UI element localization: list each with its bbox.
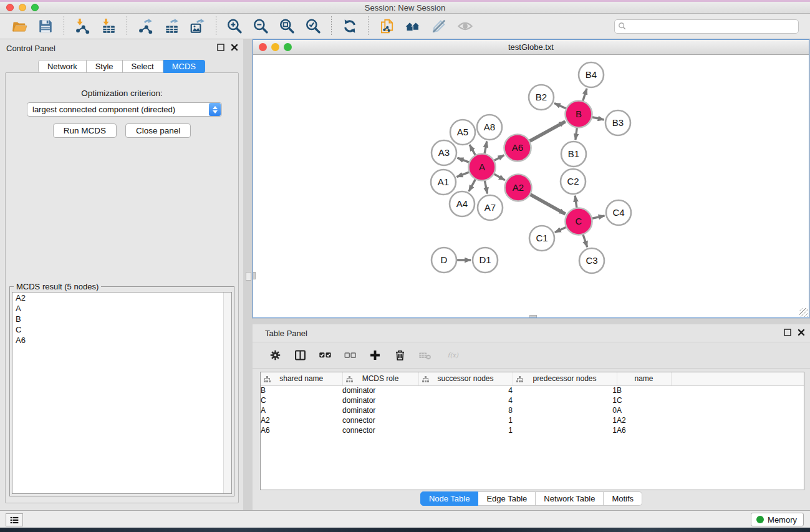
table-settings-button[interactable] (266, 346, 284, 365)
cell[interactable]: 1 (418, 415, 513, 425)
cell[interactable]: C (261, 395, 342, 405)
zoom-fit-content-button[interactable] (276, 16, 297, 36)
save-session-button[interactable] (35, 16, 56, 36)
cell[interactable]: 1 (513, 425, 617, 435)
column-header-name[interactable]: name (617, 372, 671, 385)
zoom-out-button[interactable] (250, 16, 271, 36)
unselect-all-columns-button[interactable] (340, 346, 359, 365)
graph-node-A1[interactable]: A1 (431, 170, 456, 195)
cell[interactable]: A (261, 405, 342, 415)
result-scrollbar[interactable] (223, 293, 231, 493)
show-hide-button[interactable] (455, 16, 476, 36)
result-item[interactable]: B (12, 314, 231, 324)
table-row[interactable]: A2connector11A2 (261, 415, 804, 425)
export-table-button[interactable] (161, 16, 182, 36)
graph-node-B2[interactable]: B2 (529, 85, 554, 110)
graph-node-A4[interactable]: A4 (450, 191, 475, 216)
cell[interactable] (671, 425, 804, 435)
zoom-selected-button[interactable] (302, 16, 324, 36)
graph-node-B4[interactable]: B4 (579, 62, 604, 87)
cell[interactable]: A6 (261, 425, 342, 435)
cell[interactable]: B (617, 385, 671, 395)
network-window-titlebar[interactable]: testGlobe.txt (253, 40, 809, 55)
tab-motifs[interactable]: Motifs (604, 491, 642, 506)
graph-node-B3[interactable]: B3 (605, 110, 630, 135)
tab-select[interactable]: Select (123, 60, 163, 73)
tab-network-table[interactable]: Network Table (536, 491, 604, 506)
apply-layout-button[interactable] (339, 16, 360, 36)
graph-node-A[interactable]: A (469, 154, 496, 181)
panel-splitter-handle[interactable] (246, 272, 251, 281)
graph-node-D1[interactable]: D1 (473, 248, 498, 273)
tab-mcds[interactable]: MCDS (163, 60, 205, 73)
cell[interactable] (671, 415, 804, 425)
cell[interactable]: 8 (418, 405, 513, 415)
cell[interactable]: A2 (261, 415, 342, 425)
export-network-button[interactable] (135, 16, 156, 36)
float-table-panel-icon[interactable] (784, 329, 791, 336)
graph-node-A5[interactable]: A5 (450, 120, 475, 145)
function-builder-button[interactable]: f(x) (440, 346, 466, 365)
close-panel-button[interactable]: Close panel (125, 123, 191, 138)
delete-table-button[interactable] (415, 346, 434, 365)
vertical-scroll-nub[interactable] (253, 272, 256, 279)
clone-network-button[interactable] (376, 16, 397, 36)
search-input[interactable] (627, 21, 798, 32)
table-row[interactable]: Cdominator41C (261, 395, 804, 405)
graph-node-B[interactable]: B (566, 101, 592, 128)
export-image-button[interactable] (187, 16, 208, 36)
table-row[interactable]: Bdominator41B (261, 385, 804, 395)
cell[interactable]: A (617, 405, 671, 415)
close-table-panel-icon[interactable] (798, 329, 805, 336)
delete-columns-button[interactable] (390, 346, 409, 365)
tab-edge-table[interactable]: Edge Table (478, 491, 536, 506)
cell[interactable]: dominator (342, 395, 418, 405)
memory-button[interactable]: Memory (751, 513, 804, 526)
cell[interactable]: 1 (513, 385, 617, 395)
cell[interactable]: B (261, 385, 342, 395)
column-header-MCDS-role[interactable]: MCDS role (342, 372, 418, 385)
cell[interactable]: connector (342, 425, 418, 435)
network-canvas[interactable]: AA1A2A3A4A5A6A7A8BB1B2B3B4CC1C2C3C4DD1 (253, 55, 809, 317)
toggle-style-button[interactable] (428, 16, 450, 36)
cell[interactable]: 0 (513, 405, 617, 415)
first-neighbors-button[interactable] (402, 16, 423, 36)
column-header-successor-nodes[interactable]: successor nodes (418, 372, 513, 385)
criterion-select[interactable]: largest connected component (directed) (27, 102, 222, 117)
graph-node-C[interactable]: C (566, 208, 592, 235)
graph-node-D[interactable]: D (432, 248, 456, 273)
run-mcds-button[interactable]: Run MCDS (53, 123, 117, 138)
tab-network[interactable]: Network (38, 60, 87, 73)
graph-node-C4[interactable]: C4 (606, 200, 631, 225)
column-header-empty[interactable] (671, 372, 804, 385)
horizontal-scroll-nub[interactable] (529, 315, 537, 317)
cell[interactable]: 4 (418, 385, 513, 395)
cell[interactable]: C (617, 395, 671, 405)
zoom-in-button[interactable] (224, 16, 245, 36)
table-row[interactable]: A6connector11A6 (261, 425, 804, 435)
close-panel-icon[interactable] (231, 44, 238, 51)
cell[interactable]: dominator (342, 385, 418, 395)
resize-grip-icon[interactable] (799, 308, 808, 317)
cell[interactable]: A2 (617, 415, 671, 425)
tab-node-table[interactable]: Node Table (420, 491, 479, 506)
cell[interactable]: dominator (342, 405, 418, 415)
graph-node-A2[interactable]: A2 (505, 175, 532, 201)
graph-node-C2[interactable]: C2 (561, 169, 586, 194)
mcds-result-list[interactable]: A2ABCA6 (12, 292, 232, 494)
cell[interactable]: A6 (617, 425, 671, 435)
open-session-button[interactable] (9, 16, 30, 36)
cell[interactable]: 1 (513, 395, 617, 405)
task-history-button[interactable] (6, 513, 23, 526)
graph-node-A8[interactable]: A8 (477, 115, 502, 140)
search-field[interactable] (614, 19, 799, 34)
toggle-column-display-button[interactable] (291, 346, 309, 365)
cell[interactable]: 4 (418, 395, 513, 405)
graph-node-A3[interactable]: A3 (432, 140, 456, 165)
cell[interactable] (671, 385, 804, 395)
graph-node-C1[interactable]: C1 (529, 226, 554, 251)
cell[interactable]: 1 (418, 425, 513, 435)
result-item[interactable]: A2 (12, 293, 231, 303)
import-network-button[interactable] (72, 16, 93, 36)
cell[interactable]: 1 (513, 415, 617, 425)
